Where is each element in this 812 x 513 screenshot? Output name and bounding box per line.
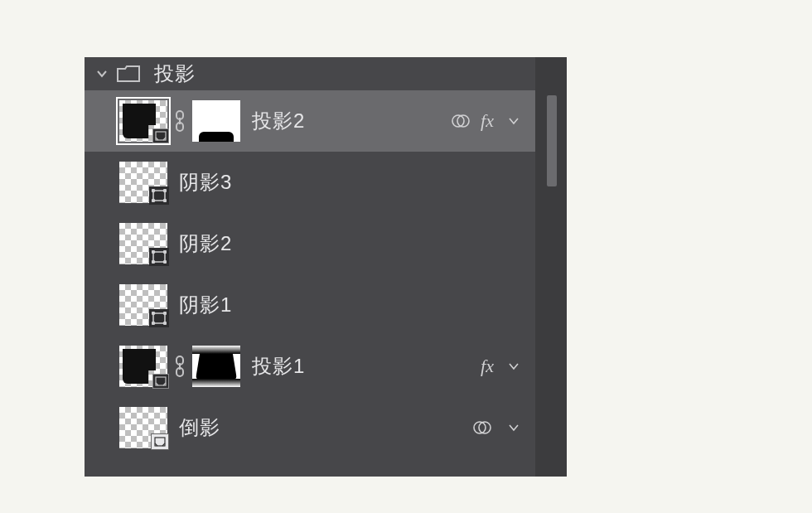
svg-point-12 <box>152 251 155 254</box>
svg-point-18 <box>164 312 167 315</box>
layer-name[interactable]: 阴影3 <box>176 169 535 196</box>
layers-panel: 投影 投影2 <box>85 57 567 477</box>
layer-row-proj2[interactable]: 投影2 fx <box>85 90 535 152</box>
scrollbar[interactable] <box>535 57 567 477</box>
fx-icon[interactable]: fx <box>481 110 494 132</box>
svg-point-10 <box>164 200 167 202</box>
scrollbar-thumb[interactable] <box>547 95 557 186</box>
svg-point-14 <box>152 261 155 264</box>
layer-thumbnail[interactable] <box>119 407 167 448</box>
layer-thumbnail[interactable] <box>119 162 167 203</box>
chevron-down-icon[interactable] <box>502 355 525 378</box>
layer-row-reflect[interactable]: 倒影 <box>85 397 535 458</box>
folder-icon <box>116 65 141 83</box>
svg-point-15 <box>164 261 167 264</box>
layer-thumbnail[interactable] <box>119 346 167 387</box>
layer-group-header[interactable]: 投影 <box>85 57 535 90</box>
layer-name[interactable]: 阴影2 <box>176 230 535 257</box>
layer-mask-thumbnail[interactable] <box>192 100 240 142</box>
smart-object-icon <box>151 433 169 450</box>
svg-rect-6 <box>153 191 165 201</box>
svg-point-7 <box>152 190 155 192</box>
layers-column: 投影 投影2 <box>85 57 535 477</box>
svg-point-9 <box>152 200 155 202</box>
link-icon[interactable] <box>172 354 187 379</box>
shape-layer-icon <box>149 248 169 266</box>
smart-object-icon <box>152 128 169 143</box>
layer-row-shadow3[interactable]: 阴影3 <box>85 152 535 213</box>
svg-rect-11 <box>153 252 165 262</box>
chevron-down-icon[interactable] <box>94 66 109 81</box>
smart-object-icon <box>152 374 169 389</box>
svg-point-13 <box>164 251 167 254</box>
chevron-down-icon[interactable] <box>502 416 525 439</box>
blend-options-icon[interactable] <box>471 416 494 439</box>
layer-row-proj1[interactable]: 投影1 fx <box>85 336 535 397</box>
layer-thumbnail[interactable] <box>119 223 167 264</box>
svg-rect-16 <box>153 313 165 323</box>
layer-thumbnail[interactable] <box>119 100 167 142</box>
shape-layer-icon <box>149 309 169 327</box>
svg-point-8 <box>164 190 167 192</box>
blend-options-icon[interactable] <box>449 109 472 133</box>
layer-thumbnail[interactable] <box>119 284 167 326</box>
svg-point-17 <box>152 312 155 315</box>
group-name[interactable]: 投影 <box>147 60 535 87</box>
shape-layer-icon <box>149 186 169 205</box>
layer-row-shadow2[interactable]: 阴影2 <box>85 213 535 274</box>
svg-point-19 <box>152 322 155 325</box>
link-icon[interactable] <box>172 109 187 133</box>
layer-name[interactable]: 阴影1 <box>176 292 535 318</box>
fx-icon[interactable]: fx <box>481 356 494 377</box>
svg-point-20 <box>164 322 167 325</box>
layer-mask-thumbnail[interactable] <box>192 346 240 387</box>
layer-row-shadow1[interactable]: 阴影1 <box>85 274 535 336</box>
chevron-down-icon[interactable] <box>502 109 525 133</box>
